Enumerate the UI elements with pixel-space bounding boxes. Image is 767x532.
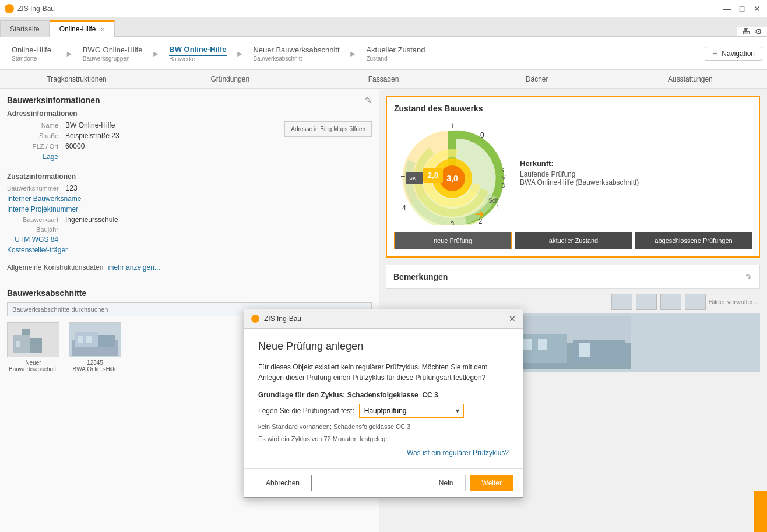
ribbon-step-title-0: Online-Hilfe [12,45,51,55]
ribbon-arrow-1: ► [149,49,162,58]
label-utm[interactable]: UTM WGS 84 [7,235,65,244]
herkunft-line1: Laufende Prüfung [520,170,752,178]
ba-card-neuer[interactable]: Neuer Bauwerksabschnitt [7,322,59,372]
sub-menu-fassaden[interactable]: Fassaden [307,71,460,88]
dialog-cycle-label-bold: Grundlage für den Zyklus: Schadensfolgek… [258,391,418,399]
zusatz-section: Zusatzinformationen Bauwerksnummer 123 I… [7,172,372,254]
svg-text:➜: ➜ [474,207,484,220]
nein-button[interactable]: Nein [427,475,466,491]
abbrechen-button[interactable]: Abbrechen [254,475,312,491]
settings-icon[interactable]: ⚙ [755,27,762,36]
sub-menu-gruendungen[interactable]: Gründungen [153,71,307,88]
label-plz: PLZ / Ort [7,143,65,150]
bemerkungen-header: Bemerkungen ✎ [393,272,752,281]
dialog-overlay: ZIS Ing-Bau ✕ Neue Prüfung anlegen Für d… [244,309,523,498]
tab-bar: Startseite Online-Hilfe ✕ 🖶 ⚙ [0,17,767,37]
svg-text:SK: SK [409,175,416,181]
ribbon-arrow-2: ► [234,49,247,58]
ribbon-step-sub-1: Bauwerksgruppen [83,55,130,62]
info-row-plz: PLZ / Ort 60000 [7,142,284,150]
ribbon-item-1: BWG Online-Hilfe Bauwerksgruppen ► [76,43,162,64]
image-thumb-4[interactable] [685,294,706,310]
svg-rect-7 [78,336,83,343]
ba-building-icon-neuer [10,323,57,356]
info-row-bauwerksart: Bauwerksart Ingenieursschule [7,216,372,224]
zustand-content: I [394,120,752,225]
ba-thumb-neuer [7,322,59,357]
sub-menu-daecher[interactable]: Dächer [460,71,614,88]
image-thumb-2[interactable] [636,294,657,310]
ribbon-item-0: Online-Hilfe Standorte ► [5,43,76,64]
weiter-button[interactable]: Weiter [470,475,513,491]
neue-pruefung-button[interactable]: neue Prüfung [394,232,512,249]
ba-building-icon-12345 [72,323,118,356]
label-kostenstelle[interactable]: Kostenstelle/-träger [7,246,75,254]
dialog-cycle-value: CC 3 [422,391,438,399]
tab-startseite-label: Startseite [10,25,40,33]
svg-text:0: 0 [480,131,484,139]
ba-card-12345[interactable]: 12345BWA Online-Hilfe [69,322,121,372]
svg-text:3: 3 [451,220,455,225]
tab-close-icon[interactable]: ✕ [100,26,105,33]
zusatz-section-title: Zusatzinformationen [7,172,372,181]
edit-icon[interactable]: ✎ [365,96,372,105]
ribbon-step-aktueller[interactable]: Aktueller Zustand Zustand [359,43,432,64]
ba-thumb-12345 [69,322,121,357]
label-lage[interactable]: Lage [7,153,65,161]
sub-menu-tragkonstruktionen[interactable]: Tragkonstruktionen [0,71,153,88]
print-icon[interactable]: 🖶 [742,27,750,36]
bing-maps-button[interactable]: Adresse in Bing Maps öffnen [284,121,372,137]
minimize-button[interactable]: ― [722,3,732,14]
dialog-close-button[interactable]: ✕ [509,314,516,323]
bemerkungen-edit-icon[interactable]: ✎ [745,272,752,281]
svg-text:Sch: Sch [488,198,498,204]
address-section-title: Adressinformationen [7,110,372,118]
dialog-footer-right: Nein Weiter [427,475,513,491]
label-projektnummer[interactable]: Interne Projektnummer [7,205,85,213]
image-thumb-1[interactable] [611,294,632,310]
ribbon-step-title-4: Aktueller Zustand [366,45,425,55]
tab-startseite[interactable]: Startseite [0,20,50,37]
bemerkungen-panel: Bemerkungen ✎ [386,265,760,289]
building-photo-svg [515,316,631,369]
svg-text:3,0: 3,0 [446,174,458,183]
navigation-button[interactable]: ☰ Navigation [705,47,762,61]
image-thumb-3[interactable] [660,294,681,310]
bilder-verwalten-label: Bilder verwalten... [709,298,760,305]
ribbon-step-bw[interactable]: BW Online-Hilfe Bauwerke [162,43,233,65]
dialog-title-left: ZIS Ing-Bau [251,315,301,323]
dialog-cycle-label: Grundlage für den Zyklus: Schadensfolgek… [258,391,509,399]
svg-rect-3 [16,341,20,347]
dialog-pruefungsart-select[interactable]: Hauptprüfung Einfache Prüfung Sonderprüf… [359,404,464,418]
ribbon-step-neuer[interactable]: Neuer Bauwerksabschnitt Bauwerksabschnit… [246,43,346,64]
bauwerksinformationen-header: Bauwerksinformationen ✎ [7,96,372,105]
ribbon-step-online-hilfe[interactable]: Online-Hilfe Standorte [5,43,63,64]
maximize-button[interactable]: □ [737,3,747,14]
label-interner-name[interactable]: Interner Bauwerksname [7,195,88,203]
ribbon-arrow-3: ► [347,49,360,58]
dialog-link[interactable]: Was ist ein regulärer Prüfzyklus? [258,449,509,457]
zustand-panel: Zustand des Bauwerks I [386,96,760,258]
label-strasse: Straße [7,132,65,139]
images-row: Bilder verwalten... [386,294,760,310]
address-info-left: Name BW Online-Hilfe Straße Beispielstra… [7,121,284,163]
value-bauwerksart: Ingenieursschule [65,216,118,224]
abgeschlossene-pruefungen-button[interactable]: abgeschlossene Prüfungen [635,232,752,249]
konstruktionsdaten-link[interactable]: mehr anzeigen... [108,263,160,272]
svg-rect-38 [579,343,590,357]
ribbon-step-title-1: BWG Online-Hilfe [83,45,143,55]
info-row-name: Name BW Online-Hilfe [7,121,284,129]
gauge-svg: I [394,120,511,225]
ribbon-step-bwg[interactable]: BWG Online-Hilfe Bauwerksgruppen [76,43,150,64]
svg-text:1: 1 [496,204,500,212]
info-row-baujahr: Baujahr [7,226,372,233]
window-controls[interactable]: ― □ ✕ [722,3,762,14]
close-button[interactable]: ✕ [752,3,762,14]
app-title: ZIS Ing-Bau [17,5,55,13]
tab-online-hilfe[interactable]: Online-Hilfe ✕ [50,20,115,37]
aktueller-zustand-button[interactable]: aktueller Zustand [515,232,632,249]
svg-text:V: V [502,175,506,181]
sub-menu-ausstattungen[interactable]: Ausstattungen [614,71,767,88]
dialog-title-text: ZIS Ing-Bau [264,315,301,323]
svg-text:4: 4 [402,204,406,212]
